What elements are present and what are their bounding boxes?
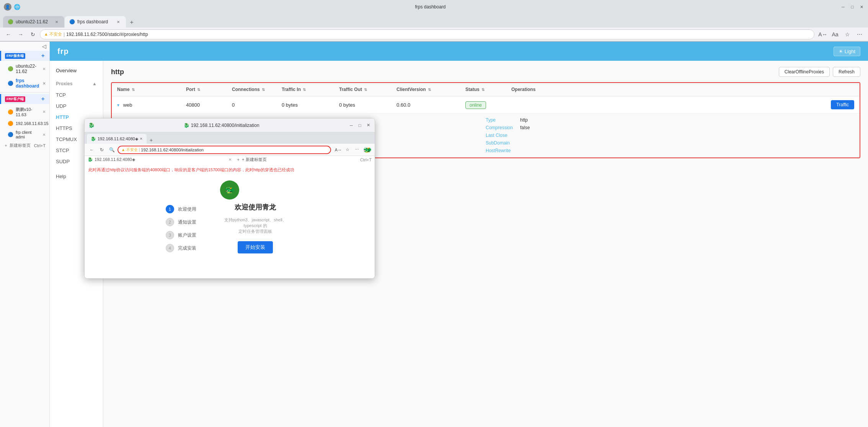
cell-operations: Traffic bbox=[506, 96, 860, 114]
collapse-icon[interactable]: ▲ bbox=[92, 81, 97, 86]
step-3: 3 账户设置 bbox=[166, 229, 206, 242]
light-mode-button[interactable]: ☀ Light bbox=[834, 47, 860, 56]
site-favicon: 🟠 bbox=[8, 121, 13, 126]
sidebar-item-frps[interactable]: 🔵 frps dashboard ✕ bbox=[0, 76, 49, 91]
step-2: 2 通知设置 bbox=[166, 216, 206, 229]
sidebar-collapse-icon[interactable]: ◁ bbox=[42, 43, 46, 49]
sidebar-item-192[interactable]: 🟠 192.168.11.63:15 ✕ bbox=[0, 119, 49, 128]
overlay-plus-icon[interactable]: ＋ bbox=[236, 157, 240, 162]
browser-window-controls: ─ □ ✕ bbox=[840, 4, 864, 10]
overlay-more[interactable]: ⋯ bbox=[352, 146, 361, 154]
overlay-tab-close[interactable]: ✕ bbox=[140, 137, 143, 141]
init-content: 🐲 1 欢迎使用 bbox=[103, 177, 371, 255]
step-label-3: 账户设置 bbox=[178, 232, 196, 239]
init-title: 欢迎使用青龙 bbox=[217, 203, 294, 212]
bookmark-button[interactable]: ☆ bbox=[842, 29, 853, 40]
security-warning-icon: ▲ 不安全 bbox=[44, 31, 62, 37]
close-icon[interactable]: ✕ bbox=[42, 133, 46, 137]
site-favicon: 🔵 bbox=[8, 132, 13, 137]
overlay-warning-icon: ▲ 不安全 bbox=[121, 147, 138, 153]
overlay-new-tab-icon[interactable]: ＋ bbox=[147, 137, 155, 144]
step-label-4: 完成安装 bbox=[178, 245, 196, 252]
tab-frps[interactable]: 🔵 frps dashboard ✕ bbox=[65, 16, 126, 28]
overlay-new-tab-row[interactable]: 🐉 192.168.11.62:4080◈ ✕ ＋ + 新建标签页 Ctrl+T bbox=[103, 156, 375, 163]
overlay-user-icon: 🐲 bbox=[363, 146, 372, 154]
overlay-reload[interactable]: ↻ bbox=[103, 146, 106, 154]
overlay-tab-strip: 🐉 192.168.11.62:4080◈ ✕ ＋ bbox=[103, 132, 375, 144]
overlay-close[interactable]: ✕ bbox=[365, 123, 371, 128]
site-favicon: 🟢 bbox=[8, 66, 13, 71]
browser-toolbar: ← → ↻ ▲ 不安全 | 192.168.11.62:7500/static/… bbox=[0, 28, 868, 41]
overlay-translate[interactable]: A↔ bbox=[334, 146, 343, 154]
tab-ubuntu[interactable]: 🟢 ubuntu22-11.62 ✕ bbox=[3, 16, 64, 28]
site-label: ubuntu22-11.62 bbox=[16, 63, 40, 74]
close-icon[interactable]: ✕ bbox=[42, 81, 46, 86]
overlay-maximize[interactable]: □ bbox=[357, 123, 362, 128]
cell-traffic-in: 0 bytes bbox=[276, 96, 334, 114]
close-icon[interactable]: ✕ bbox=[42, 110, 46, 114]
new-tab-sidebar[interactable]: ＋ 新建标签页 Ctrl+T bbox=[0, 141, 49, 150]
overlay-zoom[interactable]: 🔍 bbox=[108, 146, 116, 154]
forward-button[interactable]: → bbox=[15, 29, 26, 40]
nav-tcp[interactable]: TCP bbox=[50, 89, 103, 101]
overlay-address-text: 192.168.11.62:40800/initialization bbox=[141, 148, 204, 152]
tab-close[interactable]: ✕ bbox=[54, 19, 60, 25]
user-avatar[interactable]: 👤 bbox=[4, 3, 11, 11]
sidebar-group-frp-client[interactable]: FRP客户端 ＋ bbox=[0, 94, 49, 104]
sidebar-item-pengpeng[interactable]: 🟠 鹏鹏v10-11.63 ✕ bbox=[0, 105, 49, 119]
more-button[interactable]: ⋯ bbox=[854, 29, 865, 40]
step-num-1: 1 bbox=[166, 205, 174, 213]
install-button[interactable]: 开始安装 bbox=[238, 241, 273, 253]
sidebar-group-frp-server[interactable]: FRP服务端 ＋ bbox=[0, 51, 49, 61]
overlay-tab[interactable]: 🐉 192.168.11.62:4080◈ ✕ bbox=[103, 134, 147, 144]
frp-app: frp ☀ Light Overview Proxies ▲ TCP UDP H… bbox=[50, 42, 868, 427]
th-traffic-in: Traffic In ⇅ bbox=[276, 83, 334, 96]
sidebar-item-frpclient[interactable]: 🔵 frp client admi ✕ bbox=[0, 128, 49, 141]
new-tab-label: 新建标签页 bbox=[10, 143, 31, 148]
th-client-version: ClientVersion ⇅ bbox=[391, 83, 460, 96]
add-client-icon[interactable]: ＋ bbox=[40, 96, 46, 102]
traffic-button[interactable]: Traffic bbox=[831, 100, 854, 109]
step-num-2: 2 bbox=[166, 218, 174, 226]
clear-offline-button[interactable]: ClearOfflineProxies bbox=[779, 67, 830, 77]
add-server-icon[interactable]: ＋ bbox=[40, 52, 46, 59]
close-icon[interactable]: ✕ bbox=[42, 67, 46, 71]
sidebar-item-ubuntu[interactable]: 🟢 ubuntu22-11.62 ✕ bbox=[0, 62, 49, 76]
content-title: http bbox=[111, 68, 124, 76]
close-button[interactable]: ✕ bbox=[859, 4, 864, 10]
th-operations: Operations bbox=[506, 83, 860, 96]
init-steps: 1 欢迎使用 2 通知设置 3 bbox=[166, 203, 206, 255]
overlay-body: 此时再通过http协议访问服务端的40800端口，响应的是客户端的15700端口… bbox=[103, 163, 375, 279]
overlay-tab-label: 192.168.11.62:4080◈ bbox=[103, 136, 138, 141]
cell-connections: 0 bbox=[227, 96, 276, 114]
back-button[interactable]: ← bbox=[3, 29, 14, 40]
table-row: ▾ web 40800 0 0 bytes 0 bytes 0.60.0 onl… bbox=[112, 96, 860, 114]
overlay-bookmark[interactable]: ☆ bbox=[343, 146, 352, 154]
overlay-address-bar[interactable]: ▲ 不安全 | 192.168.11.62:40800/initializati… bbox=[117, 146, 331, 154]
step-label-2: 通知设置 bbox=[178, 219, 196, 226]
overlay-site-label: 192.168.11.62:4080◈ bbox=[103, 157, 135, 162]
address-bar[interactable]: ▲ 不安全 | 192.168.11.62:7500/static/#/prox… bbox=[40, 29, 814, 39]
refresh-button[interactable]: Refresh bbox=[833, 67, 860, 77]
site-favicon: 🔵 bbox=[8, 81, 13, 86]
overlay-site-close[interactable]: ✕ bbox=[228, 157, 232, 162]
tab-close[interactable]: ✕ bbox=[115, 19, 121, 25]
reader-button[interactable]: Aa bbox=[830, 29, 840, 40]
nav-udp[interactable]: UDP bbox=[50, 101, 103, 112]
extension-icon[interactable]: 🌐 bbox=[14, 4, 20, 10]
maximize-button[interactable]: □ bbox=[850, 4, 855, 10]
qinglong-logo: 🐲 bbox=[220, 180, 239, 200]
overlay-titlebar: 🐉 🐉 192.168.11.62:40800/initialization ─… bbox=[103, 119, 375, 132]
overlay-minimize[interactable]: ─ bbox=[349, 123, 354, 128]
reload-button[interactable]: ↻ bbox=[28, 29, 38, 40]
nav-overview[interactable]: Overview bbox=[50, 65, 103, 76]
new-tab-button[interactable]: ＋ bbox=[126, 17, 137, 28]
browser-title: frps dashboard bbox=[415, 4, 445, 10]
logo-icon: 🐲 bbox=[225, 185, 235, 195]
tab-favicon: 🔵 bbox=[69, 19, 75, 24]
detail-comp-value: false bbox=[520, 125, 530, 130]
translate-button[interactable]: A↔ bbox=[817, 29, 828, 40]
minimize-button[interactable]: ─ bbox=[840, 4, 846, 10]
expand-icon[interactable]: ▾ bbox=[117, 102, 119, 108]
detail-lc-label: Last Close bbox=[486, 133, 516, 138]
